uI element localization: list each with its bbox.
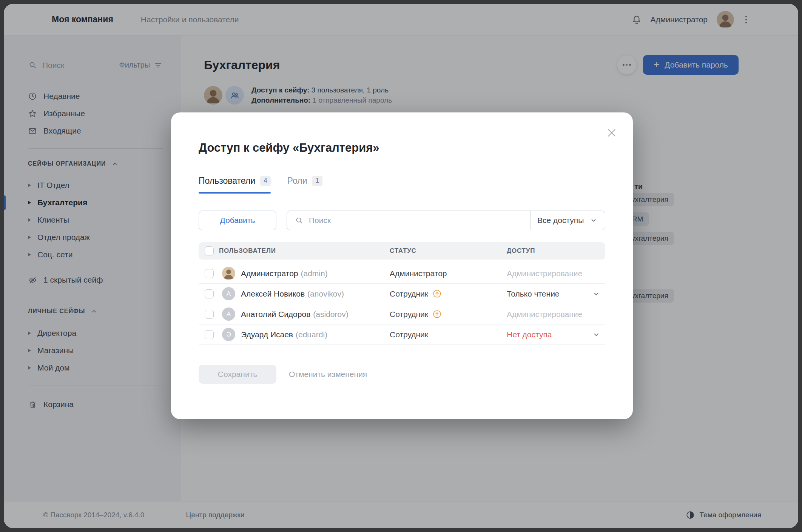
promote-arrow-icon[interactable] xyxy=(433,310,441,318)
access-filter-select[interactable]: Все доступы xyxy=(530,211,605,230)
tab-count-badge: 1 xyxy=(312,176,322,186)
user-login: (admin) xyxy=(301,269,328,278)
user-name: Алексей Новиков xyxy=(241,289,305,298)
access-level: Нет доступа xyxy=(507,330,552,339)
chevron-down-icon[interactable] xyxy=(593,291,599,297)
table-row: А Анатолий Сидоров (asidorov) Сотрудник … xyxy=(199,304,605,324)
user-name: Администратор xyxy=(241,269,298,278)
search-icon xyxy=(295,216,304,225)
select-all-checkbox[interactable] xyxy=(205,246,214,255)
add-user-button[interactable]: Добавить xyxy=(199,211,276,230)
column-access: ДОСТУП xyxy=(507,247,605,255)
user-login: (asidorov) xyxy=(313,310,348,319)
save-button[interactable]: Сохранить xyxy=(199,365,276,384)
column-status: СТАТУС xyxy=(390,247,507,255)
modal-tabs: Пользователи 4 Роли 1 xyxy=(199,176,605,193)
user-status: Сотрудник xyxy=(390,310,428,319)
chevron-down-icon xyxy=(589,216,598,225)
access-level: Администрирование xyxy=(507,269,582,278)
user-avatar: А xyxy=(222,308,235,321)
access-level: Только чтение xyxy=(507,289,560,298)
user-status: Сотрудник xyxy=(390,289,428,298)
cancel-changes-button[interactable]: Отменить изменения xyxy=(289,370,367,379)
screen: Моя компания Настройки и пользователи Ад… xyxy=(0,0,802,532)
chevron-down-icon[interactable] xyxy=(593,332,599,338)
table-row: А Алексей Новиков (anovikov) Сотрудник Т… xyxy=(199,284,605,304)
user-name: Эдуард Исаев xyxy=(241,330,293,339)
row-checkbox[interactable] xyxy=(205,289,214,298)
access-filter-value: Все доступы xyxy=(537,216,584,225)
tab-label: Пользователи xyxy=(199,176,255,186)
tab-roles[interactable]: Роли 1 xyxy=(287,176,322,193)
tab-count-badge: 4 xyxy=(260,176,270,186)
vault-access-modal: Доступ к сейфу «Бухгалтерия» Пользовател… xyxy=(171,112,633,419)
column-users: ПОЛЬЗОВАТЕЛИ xyxy=(219,247,390,255)
row-checkbox[interactable] xyxy=(205,310,214,319)
close-icon[interactable] xyxy=(606,128,617,138)
modal-title: Доступ к сейфу «Бухгалтерия» xyxy=(199,141,605,155)
modal-search-group: Все доступы xyxy=(287,211,605,230)
user-login: (anovikov) xyxy=(307,289,344,298)
user-avatar: А xyxy=(222,287,235,300)
table-row: Администратор (admin) Администратор Адми… xyxy=(199,263,605,284)
row-checkbox[interactable] xyxy=(205,330,214,339)
promote-arrow-icon[interactable] xyxy=(433,290,441,298)
user-status: Сотрудник xyxy=(390,330,428,339)
table-header: ПОЛЬЗОВАТЕЛИ СТАТУС ДОСТУП xyxy=(199,242,605,260)
user-avatar xyxy=(222,267,235,280)
user-name: Анатолий Сидоров xyxy=(241,310,310,319)
tab-label: Роли xyxy=(287,176,307,186)
user-status: Администратор xyxy=(390,269,447,278)
user-login: (eduardi) xyxy=(296,330,327,339)
user-avatar: Э xyxy=(222,328,235,341)
table-row: Э Эдуард Исаев (eduardi) Сотрудник Нет д… xyxy=(199,324,605,345)
modal-search-input[interactable] xyxy=(309,216,523,225)
access-level: Администрирование xyxy=(507,310,582,319)
row-checkbox[interactable] xyxy=(205,269,214,278)
tab-users[interactable]: Пользователи 4 xyxy=(199,176,271,193)
